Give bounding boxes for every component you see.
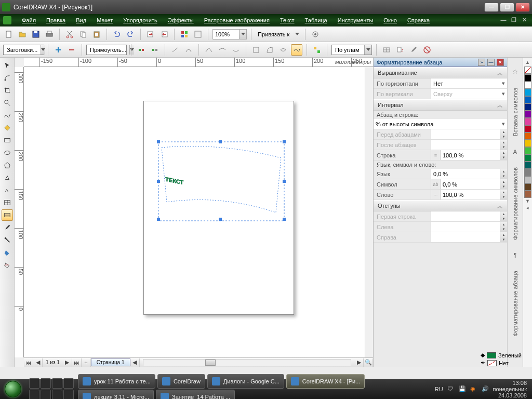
page-add-button[interactable]: + xyxy=(82,358,91,367)
basic-shapes-tool[interactable] xyxy=(2,172,13,183)
ql-app1[interactable] xyxy=(41,390,51,399)
color-swatch[interactable] xyxy=(524,125,531,132)
color-swatch[interactable] xyxy=(524,147,531,154)
ellipse-tool[interactable] xyxy=(2,147,13,158)
color-swatch[interactable] xyxy=(524,191,531,198)
menu-растровые изображения[interactable]: Растровые изображения xyxy=(199,17,275,23)
rectangle-tool[interactable] xyxy=(2,135,13,146)
ql-desktop[interactable] xyxy=(29,378,39,389)
minimize-button[interactable]: — xyxy=(484,3,499,12)
print-button[interactable] xyxy=(44,29,55,40)
color-swatch[interactable] xyxy=(524,154,531,162)
text-tool[interactable]: A xyxy=(2,184,13,196)
presets-combo[interactable]: Заготовки... xyxy=(3,45,44,55)
delete-preset-button[interactable] xyxy=(66,44,77,56)
fill-swatch[interactable] xyxy=(487,352,496,358)
palette-flyout-button[interactable]: ◂ xyxy=(526,205,529,211)
task-button[interactable]: CorelDraw xyxy=(157,374,205,389)
welcome-button[interactable] xyxy=(192,29,204,40)
to-curve-button[interactable] xyxy=(183,44,194,56)
eyedropper-button[interactable] xyxy=(408,44,419,56)
new-button[interactable] xyxy=(3,29,15,40)
pick-tool[interactable] xyxy=(2,60,13,71)
start-button[interactable] xyxy=(0,379,26,399)
color-swatch[interactable] xyxy=(524,118,531,125)
menu-окно[interactable]: Окно xyxy=(378,17,402,23)
zoom-combo[interactable] xyxy=(212,29,247,39)
zoom-nav-button[interactable]: 🔍 xyxy=(364,358,373,367)
export-button[interactable] xyxy=(158,29,170,40)
task-button[interactable]: лекция 3.11 - Micro... xyxy=(78,390,154,399)
tray-icon-2[interactable]: 💾 xyxy=(459,385,466,393)
page-prev-button[interactable]: ◀ xyxy=(33,358,43,367)
clear-envelope-button[interactable] xyxy=(421,44,433,56)
copy-button[interactable] xyxy=(77,29,89,40)
polygon-tool[interactable] xyxy=(2,159,13,171)
cut-button[interactable] xyxy=(64,29,75,40)
table-tool[interactable] xyxy=(2,197,13,208)
menu-инструменты[interactable]: Инструменты xyxy=(332,17,379,23)
language-indicator[interactable]: RU xyxy=(435,386,443,392)
symmetric-button[interactable] xyxy=(230,44,242,56)
alignment-section[interactable]: Выравнивание︽ xyxy=(374,67,507,78)
smart-fill-tool[interactable] xyxy=(2,122,13,134)
docker-title[interactable]: Форматирование абзаца » — ✕ xyxy=(374,58,507,67)
page-last-button[interactable]: ⏭ xyxy=(72,358,82,367)
horiz-align-combo[interactable]: Нет xyxy=(431,78,507,88)
menu-таблица[interactable]: Таблица xyxy=(300,17,332,23)
zoom-tool[interactable] xyxy=(2,97,13,109)
docker-minimize-button[interactable]: — xyxy=(487,59,495,66)
scroll-left-button[interactable]: ◀ xyxy=(130,358,140,367)
add-preset-button[interactable] xyxy=(52,44,64,56)
vertical-ruler[interactable]: 300250200150100500 xyxy=(15,67,24,357)
menu-эффекты[interactable]: Эффекты xyxy=(163,17,199,23)
outline-swatch[interactable] xyxy=(487,360,497,366)
color-swatch[interactable] xyxy=(524,82,531,89)
snap-dropdown[interactable] xyxy=(294,29,301,40)
spacing-unit-combo[interactable]: % от высоты символа xyxy=(374,119,507,129)
page-first-button[interactable]: ⏮ xyxy=(24,358,33,367)
paste-button[interactable] xyxy=(91,29,102,40)
interval-section[interactable]: Интервал︽ xyxy=(374,99,507,111)
color-swatch[interactable] xyxy=(524,162,531,169)
ql-switcher[interactable] xyxy=(52,378,62,389)
vertical-scrollbar[interactable] xyxy=(365,67,373,357)
char-spacing-input[interactable]: 0,0 % xyxy=(440,179,500,189)
color-swatch[interactable] xyxy=(524,169,531,176)
palette-down-button[interactable]: ▼ xyxy=(525,198,530,205)
ql-app2[interactable] xyxy=(52,390,62,399)
double-arc-button[interactable] xyxy=(277,44,289,56)
ql-browser[interactable] xyxy=(63,378,74,389)
line-spacing-input[interactable]: 100,0 % xyxy=(440,150,500,160)
close-button[interactable]: ✕ xyxy=(515,3,530,12)
interactive-envelope-tool[interactable] xyxy=(2,209,13,221)
page-next-button[interactable]: ▶ xyxy=(63,358,72,367)
volume-icon[interactable]: 🔊 xyxy=(482,385,489,393)
menu-вид[interactable]: Вид xyxy=(71,17,91,23)
color-swatch[interactable] xyxy=(524,183,531,191)
dropdown-icon[interactable] xyxy=(239,30,246,39)
color-swatch[interactable] xyxy=(524,140,531,147)
indent-section[interactable]: Отступы︽ xyxy=(374,200,507,211)
import-button[interactable] xyxy=(145,29,156,40)
redo-button[interactable] xyxy=(125,29,136,40)
page-tab[interactable]: Страница 1 xyxy=(91,358,130,366)
smooth-button[interactable] xyxy=(217,44,228,56)
shape-tool[interactable] xyxy=(2,72,13,84)
menu-справка[interactable]: Справка xyxy=(402,17,435,23)
cusp-button[interactable] xyxy=(203,44,215,56)
mdi-restore-button[interactable]: ❐ xyxy=(509,17,518,24)
save-button[interactable] xyxy=(30,29,42,40)
crop-tool[interactable] xyxy=(2,85,13,96)
app-launcher-button[interactable] xyxy=(179,29,190,40)
tray-icon-3[interactable]: ◉ xyxy=(470,385,477,393)
mdi-close-button[interactable]: ✕ xyxy=(520,17,529,24)
docker-expand-button[interactable]: » xyxy=(478,59,485,66)
unconstrained-button[interactable] xyxy=(291,44,302,56)
menu-текст[interactable]: Текст xyxy=(275,17,300,23)
node-add-button[interactable] xyxy=(136,44,147,56)
color-swatch[interactable] xyxy=(524,103,531,111)
color-swatch[interactable] xyxy=(524,96,531,103)
lang-spacing-input[interactable]: 0,0 % xyxy=(431,169,500,179)
drawing-canvas[interactable]: ТЕКСТ xyxy=(24,67,373,357)
